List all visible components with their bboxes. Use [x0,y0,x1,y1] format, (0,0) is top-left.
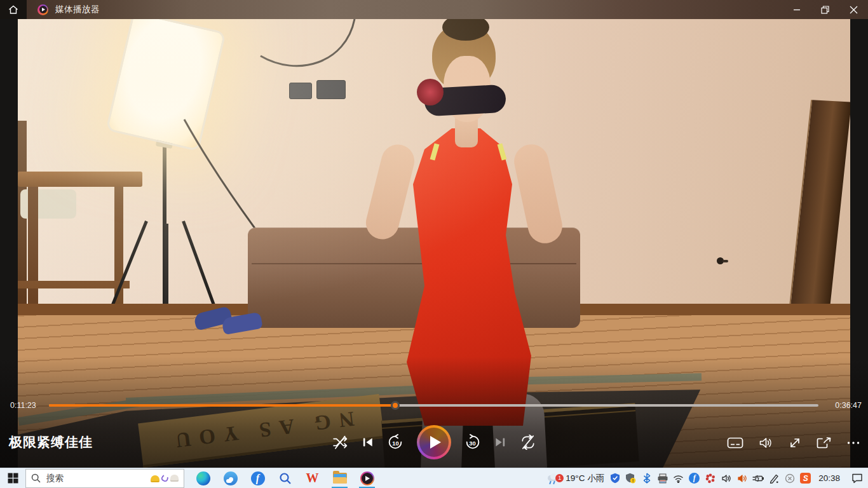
tray-defender-button[interactable]: ! [623,468,639,488]
taskbar-edge-button[interactable] [189,468,217,488]
skip-forward-30-icon: 30 [464,434,481,451]
play-icon [419,428,449,457]
notification-badge: 1 [555,474,564,482]
tray-clock[interactable]: 20:38 [813,473,846,483]
action-center-button[interactable] [846,468,868,488]
cloud-app-icon [224,471,238,485]
close-button[interactable] [839,0,868,19]
edge-icon [196,471,210,485]
minimize-button[interactable] [782,0,811,19]
orange-speaker-icon [737,474,747,483]
app-title: 媒体播放器 [55,4,100,15]
skip-back-10-button[interactable]: 10 [387,434,404,451]
subtitles-icon [727,437,743,449]
flash-tray-icon: f [689,473,700,484]
repeat-off-button[interactable] [520,435,536,450]
bluetooth-icon [643,473,651,484]
subtitles-button[interactable] [727,437,743,449]
shuffle-off-button[interactable] [332,435,348,450]
fullscreen-button[interactable] [788,436,802,450]
taskbar-media-player-button[interactable] [353,468,381,488]
home-button[interactable] [0,0,27,19]
media-title: 极限紧缚佳佳 [9,433,93,451]
mask-flower [417,79,444,105]
furniture-rail [18,172,142,187]
pen-icon [769,473,779,484]
printer-icon [657,473,668,484]
elapsed-time: 0:11:23 [10,401,36,410]
next-button[interactable] [494,435,508,449]
furniture-stretcher [18,281,130,288]
seek-bar-fill [49,404,395,407]
security-shield-icon [610,473,620,484]
shuffle-off-icon [332,435,348,450]
tray-security-shield-button[interactable] [607,468,623,488]
taskbar-cloud-app-button[interactable] [217,468,244,488]
home-icon [8,5,18,15]
search-input[interactable]: 搜索 [25,469,184,488]
file-explorer-icon [333,473,347,484]
tray-printer-button[interactable] [654,468,670,488]
duration-time: 0:36:47 [835,401,862,410]
media-player-taskbar-icon [360,471,374,485]
volume-icon [758,436,773,450]
ottoman-bench [248,227,580,328]
svg-text:!: ! [632,478,634,483]
search-icon [31,473,41,483]
more-options-icon [846,436,860,450]
tray-circled-x-button[interactable] [782,468,797,488]
playback-overlay: 0:11:23 0:36:47 极限紧缚佳佳 [0,356,868,468]
mini-player-icon [817,437,832,450]
mini-player-button[interactable] [817,437,832,450]
sogou-input-icon: S [800,473,811,484]
media-player-logo-icon [37,4,48,15]
video-area: NG AS YOU 0:11:23 0:36:47 极限紧缚佳佳 [0,19,868,468]
previous-icon [360,435,374,449]
pinned-apps: f W [189,468,381,488]
minimize-icon [793,6,801,13]
tray-power-button[interactable] [750,468,766,488]
weather-widget[interactable]: 1 19°C 小雨 [545,473,607,484]
flash-app-icon: f [251,471,265,485]
defender-warning-icon: ! [625,473,636,484]
pinwheel-icon [705,473,715,484]
play-button[interactable] [417,425,451,459]
skip-back-10-icon: 10 [387,434,404,451]
more-options-button[interactable] [846,436,860,450]
tripod-leg [165,224,168,313]
hard-hat-icon [151,475,159,481]
progress-row: 0:11:23 0:36:47 [0,400,868,410]
restore-button[interactable] [811,0,839,19]
search-highlights[interactable] [151,475,179,482]
battery-plug-icon [752,475,764,482]
volume-button[interactable] [758,436,773,450]
search-tool-icon [279,472,292,485]
skip-forward-30-button[interactable]: 30 [464,434,481,451]
tray-pinwheel-button[interactable] [702,468,718,488]
wifi-icon [673,474,684,483]
tray-pen-button[interactable] [766,468,782,488]
fullscreen-icon [788,436,802,450]
tray-bluetooth-button[interactable] [639,468,654,488]
taskbar-flash-app-button[interactable]: f [244,468,271,488]
tray-wifi-button[interactable] [670,468,686,488]
seek-thumb[interactable] [391,401,400,410]
taskbar: 搜索 f W [0,468,868,488]
tray-flash-button[interactable]: f [686,468,702,488]
tray-sogou-button[interactable]: S [797,468,813,488]
taskbar-search-tool-button[interactable] [271,468,299,488]
start-button[interactable] [0,468,25,488]
taskbar-explorer-button[interactable] [326,468,353,488]
previous-button[interactable] [360,435,374,449]
search-placeholder: 搜索 [46,473,151,484]
ottoman-seam [252,263,576,264]
seek-bar[interactable] [49,404,818,407]
softbox-light [105,19,226,151]
taskbar-wps-button[interactable]: W [299,468,326,488]
wall-switch [289,83,312,99]
tripod-leg [182,220,218,313]
tray-app-volume-button[interactable] [734,468,750,488]
svg-text:10: 10 [392,440,398,446]
tray-speaker-button[interactable] [718,468,734,488]
action-center-icon [851,473,863,484]
